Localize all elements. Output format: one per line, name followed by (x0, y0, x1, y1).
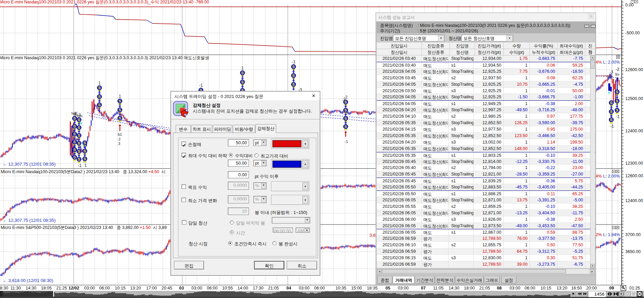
svg-text:S: S (78, 133, 80, 137)
svg-text:3: 3 (118, 142, 120, 146)
svg-text:-1: -1 (292, 60, 296, 64)
svg-text:S: S (119, 99, 121, 103)
svg-text:1: 1 (241, 66, 244, 70)
svg-text:18:00: 18:00 (464, 286, 474, 291)
svg-text:3,6: 3,6 (370, 233, 375, 238)
svg-text:L: 2.00%: L: 2.00% (603, 174, 620, 179)
svg-text:S: S (78, 126, 80, 130)
svg-text:Micro E-mini Nasdaq100-202103(: Micro E-mini Nasdaq100-202103(5분Data2 ) … (1, 169, 166, 174)
svg-text:S: S (241, 71, 244, 75)
svg-text:-1: -1 (199, 83, 203, 88)
svg-text:S: S (73, 155, 76, 159)
svg-text:S: S (78, 157, 80, 161)
svg-text:S: S (344, 108, 347, 112)
svg-text:S: S (73, 140, 76, 144)
svg-text:12400.00: 12400.00 (625, 198, 643, 203)
svg-text:18:05: 18:05 (41, 286, 51, 291)
svg-text:-1: -1 (345, 139, 348, 144)
svg-text:S: S (98, 86, 100, 90)
svg-text:S: S (98, 103, 100, 107)
svg-text:03:00: 03:00 (84, 286, 95, 291)
svg-text:S: S (292, 65, 295, 69)
svg-text:S: S (98, 95, 100, 99)
svg-text:07: 07 (421, 286, 426, 291)
svg-text:b1: b1 (118, 132, 122, 136)
svg-text:12600.00: 12600.00 (625, 173, 643, 178)
svg-text:10:35: 10:35 (335, 286, 346, 291)
svg-text:03: 03 (179, 286, 184, 291)
svg-text:S: S (616, 108, 618, 112)
svg-text:08: 08 (497, 286, 502, 291)
svg-text:-1: -1 (610, 124, 614, 129)
svg-text:1: 1 (84, 163, 87, 168)
svg-text:15:00: 15:00 (351, 286, 362, 291)
svg-text:12500.00: 12500.00 (625, 96, 643, 101)
svg-text:10:15: 10:15 (540, 286, 551, 291)
svg-text:← 12,307.75 (12/01 08:35): ← 12,307.75 (12/01 08:35) (3, 218, 56, 223)
svg-text:S: S (73, 116, 76, 120)
svg-text:06:00: 06:00 (524, 286, 535, 291)
svg-text:S: S (616, 99, 618, 103)
svg-text:S: S (73, 148, 76, 152)
svg-text:S: S (241, 80, 244, 84)
svg-text:12/02: 12/02 (68, 286, 79, 291)
svg-text:S: S (78, 149, 80, 153)
svg-text:-3: -3 (610, 70, 613, 74)
svg-text:03:00: 03:00 (191, 286, 202, 291)
svg-text:04: 04 (286, 286, 291, 291)
svg-text:-3: -3 (77, 113, 81, 117)
svg-text:20:45: 20:45 (161, 286, 172, 291)
svg-text:S: S (292, 82, 295, 86)
svg-text:3650.00: 3650.00 (625, 249, 641, 254)
svg-text:S: S (344, 125, 347, 129)
svg-text:21:05: 21:05 (268, 286, 279, 291)
svg-text:bs우: bs우 (607, 75, 613, 78)
svg-text:06:00: 06:00 (314, 286, 325, 291)
svg-text:청s: 청s (615, 73, 619, 76)
svg-text:12400.00: 12400.00 (625, 129, 643, 133)
svg-text:S: S (610, 118, 612, 122)
svg-text:4%: 4% (596, 60, 602, 65)
svg-text:05: 05 (386, 286, 390, 291)
svg-text:S: S (344, 116, 347, 120)
svg-text:S: S (73, 132, 76, 136)
svg-text:3700.00: 3700.00 (625, 232, 641, 237)
svg-text:10:15: 10:15 (115, 286, 125, 291)
svg-text:10:55: 10:55 (222, 286, 233, 291)
svg-text:03:00: 03:00 (509, 286, 520, 291)
svg-text:S: S (616, 90, 618, 94)
svg-text:11:05: 11:05 (433, 286, 443, 291)
svg-text:20:00: 20:00 (586, 286, 597, 291)
svg-text:17:30: 17:30 (253, 286, 263, 291)
svg-text:4%: 4% (596, 174, 602, 179)
svg-text:14:30: 14:30 (26, 286, 36, 291)
svg-text:S: S (83, 157, 86, 161)
svg-text:1456: 1456 (594, 292, 604, 297)
svg-text:S: S (83, 149, 86, 153)
svg-text:14:30: 14:30 (449, 286, 459, 291)
svg-text:Micro E-mini Nasdaq100-202103: Micro E-mini Nasdaq100-202103 0 2021 022… (0, 55, 209, 60)
svg-text:01:25: 01:25 (629, 286, 640, 291)
svg-text:-3: -3 (342, 98, 345, 102)
svg-text:06:00: 06:00 (99, 286, 110, 291)
svg-text:13:20: 13:20 (130, 286, 141, 291)
svg-text:13:20: 13:20 (556, 286, 567, 291)
svg-text:09: 09 (609, 286, 614, 291)
svg-text:21:25: 21:25 (56, 286, 67, 291)
svg-text:16:50: 16:50 (571, 286, 582, 291)
svg-text:S: S (119, 116, 121, 120)
svg-text:L: 1.84%: L: 1.84% (603, 232, 620, 237)
svg-text:-1: -1 (78, 163, 82, 168)
svg-text:← 3,618.00 (12/01 08:30): ← 3,618.00 (12/01 08:30) (3, 278, 53, 283)
svg-text:Micro E-mini Nasdaq100-202103: Micro E-mini Nasdaq100-202103 0 2021 022… (0, 0, 209, 4)
svg-text:0.00: 0.00 (625, 3, 633, 7)
svg-text:12600.00: 12600.00 (625, 67, 643, 72)
svg-text:1: 1 (98, 81, 101, 85)
svg-text:03:00: 03:00 (299, 286, 309, 291)
svg-text:1: 1 (119, 94, 121, 99)
svg-text:S: S (83, 141, 86, 145)
svg-text:17:00: 17:00 (146, 286, 157, 291)
svg-text:-500.00: -500.00 (625, 31, 640, 35)
svg-text:S: S (292, 73, 295, 78)
svg-text:-2: -2 (616, 67, 619, 72)
